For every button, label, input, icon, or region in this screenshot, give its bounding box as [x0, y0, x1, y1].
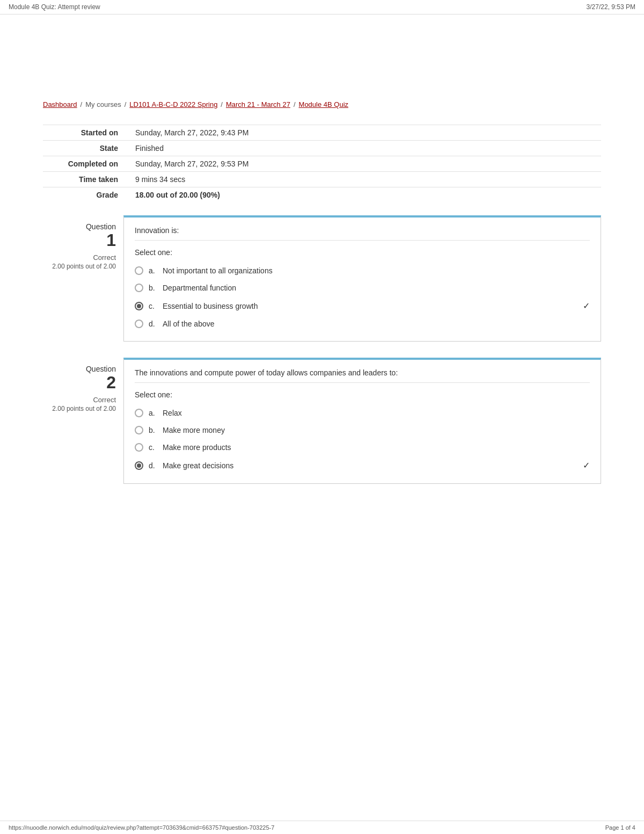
grade-value: 18.00 out of 20.00 (90%)	[129, 187, 601, 203]
question-2-points: 2.00 points out of 2.00	[43, 405, 116, 412]
question-1-option-b: b. Departmental function	[135, 279, 590, 296]
question-1-radio-c	[135, 302, 143, 310]
question-1-option-c: c. Essential to business growth ✓	[135, 296, 590, 315]
question-1-block: Question 1 Correct 2.00 points out of 2.…	[43, 215, 601, 342]
breadcrumb-sep-1: /	[80, 100, 83, 108]
question-1-text-d: All of the above	[163, 320, 590, 328]
question-1-radio-a	[135, 266, 143, 275]
question-2-radio-b	[135, 426, 143, 434]
summary-started-row: Started on Sunday, March 27, 2022, 9:43 …	[43, 125, 601, 141]
state-label: State	[43, 141, 129, 156]
question-1-letter-c: c.	[149, 302, 158, 310]
completed-on-value: Sunday, March 27, 2022, 9:53 PM	[129, 156, 601, 172]
question-2-select-label: Select one:	[135, 390, 590, 399]
question-2-option-c: c. Make more products	[135, 439, 590, 456]
state-value: Finished	[129, 141, 601, 156]
question-2-letter-c: c.	[149, 443, 158, 452]
check-icon-q1: ✓	[583, 301, 590, 311]
question-1-body: Innovation is: Select one: a. Not import…	[124, 217, 601, 341]
started-on-value: Sunday, March 27, 2022, 9:43 PM	[129, 125, 601, 141]
top-bar-title: Module 4B Quiz: Attempt review	[9, 3, 100, 11]
question-2-text-c: Make more products	[163, 443, 590, 452]
question-2-option-b: b. Make more money	[135, 422, 590, 439]
question-2-body: The innovations and compute power of tod…	[124, 360, 601, 483]
question-2-status: Correct	[43, 396, 116, 404]
breadcrumb-quiz[interactable]: Module 4B Quiz	[299, 100, 349, 108]
breadcrumb-sep-2: /	[125, 100, 127, 108]
footer-page: Page 1 of 4	[605, 824, 635, 831]
question-1-radio-b	[135, 284, 143, 292]
question-1-radio-d	[135, 320, 143, 328]
question-1-points: 2.00 points out of 2.00	[43, 263, 116, 270]
question-2-label: Question 2	[43, 365, 116, 393]
top-bar: Module 4B Quiz: Attempt review 3/27/22, …	[0, 0, 644, 14]
question-1-text: Innovation is:	[135, 226, 590, 241]
question-1-text-b: Departmental function	[163, 284, 590, 292]
question-1-letter-d: d.	[149, 320, 158, 328]
question-2-letter-d: d.	[149, 461, 158, 470]
question-2-text-b: Make more money	[163, 426, 590, 434]
question-2-right: The innovations and compute power of tod…	[123, 358, 601, 484]
page-footer: https://nuoodle.norwich.edu/mod/quiz/rev…	[0, 821, 644, 834]
main-content: Dashboard / My courses / LD101 A-B-C-D 2…	[0, 14, 644, 532]
summary-completed-row: Completed on Sunday, March 27, 2022, 9:5…	[43, 156, 601, 172]
breadcrumb-sep-3: /	[221, 100, 223, 108]
breadcrumb-sep-4: /	[294, 100, 296, 108]
question-2-radio-a	[135, 409, 143, 417]
time-taken-label: Time taken	[43, 172, 129, 187]
question-1-option-a: a. Not important to all organizations	[135, 262, 590, 279]
question-1-option-d: d. All of the above	[135, 315, 590, 332]
summary-timetaken-row: Time taken 9 mins 34 secs	[43, 172, 601, 187]
top-bar-date: 3/27/22, 9:53 PM	[587, 3, 635, 11]
completed-on-label: Completed on	[43, 156, 129, 172]
question-1-letter-b: b.	[149, 284, 158, 292]
question-2-radio-c	[135, 443, 143, 452]
breadcrumb-mycourses: My courses	[85, 100, 121, 108]
breadcrumb-course[interactable]: LD101 A-B-C-D 2022 Spring	[129, 100, 217, 108]
check-icon-q2: ✓	[583, 460, 590, 470]
breadcrumb-dashboard[interactable]: Dashboard	[43, 100, 77, 108]
question-1-right: Innovation is: Select one: a. Not import…	[123, 215, 601, 342]
breadcrumb-week[interactable]: March 21 - March 27	[226, 100, 290, 108]
footer-url: https://nuoodle.norwich.edu/mod/quiz/rev…	[9, 824, 274, 831]
question-1-status: Correct	[43, 253, 116, 262]
question-1-text-c: Essential to business growth	[163, 302, 577, 310]
question-2-text-d: Make great decisions	[163, 461, 577, 470]
question-2-option-d: d. Make great decisions ✓	[135, 456, 590, 475]
question-2-block: Question 2 Correct 2.00 points out of 2.…	[43, 358, 601, 484]
question-2-text: The innovations and compute power of tod…	[135, 368, 590, 383]
question-2-text-a: Relax	[163, 409, 590, 417]
question-1-select-label: Select one:	[135, 248, 590, 257]
summary-state-row: State Finished	[43, 141, 601, 156]
question-2-letter-b: b.	[149, 426, 158, 434]
question-2-option-a: a. Relax	[135, 404, 590, 422]
grade-label: Grade	[43, 187, 129, 203]
time-taken-value: 9 mins 34 secs	[129, 172, 601, 187]
question-1-left: Question 1 Correct 2.00 points out of 2.…	[43, 215, 123, 342]
question-1-label: Question 1	[43, 223, 116, 250]
question-1-letter-a: a.	[149, 266, 158, 275]
question-2-letter-a: a.	[149, 409, 158, 417]
question-2-radio-d	[135, 461, 143, 470]
question-1-text-a: Not important to all organizations	[163, 266, 590, 275]
summary-grade-row: Grade 18.00 out of 20.00 (90%)	[43, 187, 601, 203]
breadcrumb: Dashboard / My courses / LD101 A-B-C-D 2…	[43, 100, 601, 108]
started-on-label: Started on	[43, 125, 129, 141]
question-2-left: Question 2 Correct 2.00 points out of 2.…	[43, 358, 123, 484]
summary-table: Started on Sunday, March 27, 2022, 9:43 …	[43, 125, 601, 202]
